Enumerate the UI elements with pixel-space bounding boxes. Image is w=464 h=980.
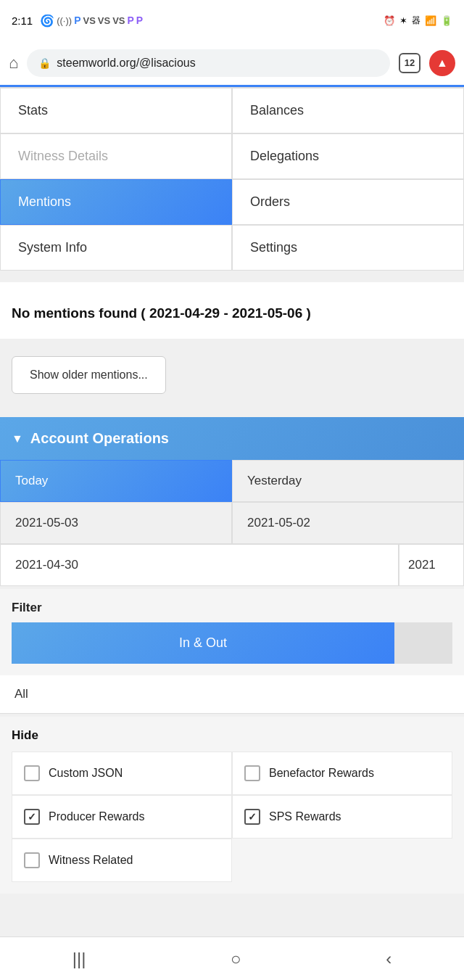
filter-section: Filter In & Out (0, 589, 464, 675)
nav-item-delegations[interactable]: Delegations (232, 133, 464, 179)
filter-in-out-button[interactable]: In & Out (12, 622, 394, 664)
benefactor-rewards-checkbox[interactable] (244, 765, 260, 781)
sps-rewards-label: SPS Rewards (269, 810, 341, 823)
date-row-1: Today Yesterday (0, 460, 464, 502)
nav-grid: Stats Balances Witness Details Delegatio… (0, 87, 464, 271)
witness-related-checkbox[interactable] (24, 852, 40, 868)
date-row-3: 2021-04-30 2021 (0, 544, 464, 586)
chevron-down-icon: ▼ (12, 432, 23, 445)
bottom-nav: ||| ○ ‹ (0, 936, 464, 980)
home-nav-button[interactable]: ○ (213, 943, 259, 975)
nav-item-balances[interactable]: Balances (232, 88, 464, 133)
mentions-section: No mentions found ( 2021-04-29 - 2021-05… (0, 282, 464, 339)
producer-rewards-label: Producer Rewards (49, 810, 145, 823)
nav-item-orders[interactable]: Orders (232, 179, 464, 225)
nav-item-witness-details[interactable]: Witness Details (0, 133, 232, 179)
hide-witness-related-item[interactable]: Witness Related (12, 839, 232, 882)
nav-item-mentions[interactable]: Mentions (0, 179, 232, 225)
lock-icon: 🔒 (38, 57, 51, 69)
date-today-button[interactable]: Today (0, 460, 232, 502)
hide-label: Hide (12, 728, 452, 743)
benefactor-rewards-label: Benefactor Rewards (269, 767, 374, 780)
status-time: 2:11 (12, 15, 33, 27)
browser-bar: ⌂ 🔒 steemworld.org/@lisacious 12 ▲ (0, 41, 464, 87)
nav-item-stats[interactable]: Stats (0, 88, 232, 133)
hide-sps-rewards-item[interactable]: ✓ SPS Rewards (232, 795, 452, 839)
refresh-button[interactable]: ▲ (429, 50, 455, 76)
menu-nav-button[interactable]: ||| (55, 943, 104, 975)
hide-section: Hide Custom JSON Benefactor Rewards ✓ Pr… (0, 717, 464, 894)
date-2021-05-02-button[interactable]: 2021-05-02 (232, 502, 464, 544)
show-older-button[interactable]: Show older mentions... (12, 356, 166, 394)
nav-item-settings[interactable]: Settings (232, 225, 464, 271)
witness-related-label: Witness Related (49, 854, 133, 867)
producer-rewards-checkmark: ✓ (28, 811, 36, 823)
tab-count-badge[interactable]: 12 (399, 53, 420, 73)
back-nav-button[interactable]: ‹ (368, 943, 409, 975)
date-2021-04-30-button[interactable]: 2021-04-30 (0, 544, 399, 586)
hide-custom-json-item[interactable]: Custom JSON (12, 752, 232, 795)
date-2021-partial-button[interactable]: 2021 (399, 544, 464, 586)
date-yesterday-button[interactable]: Yesterday (232, 460, 464, 502)
home-icon[interactable]: ⌂ (9, 54, 18, 73)
date-row-2: 2021-05-03 2021-05-02 (0, 502, 464, 544)
custom-json-label: Custom JSON (49, 767, 123, 780)
hide-checkbox-grid: Custom JSON Benefactor Rewards ✓ Produce… (12, 752, 452, 882)
sps-rewards-checkmark: ✓ (248, 811, 257, 823)
sps-rewards-checkbox[interactable]: ✓ (244, 809, 260, 825)
nav-item-system-info[interactable]: System Info (0, 225, 232, 271)
date-2021-05-03-button[interactable]: 2021-05-03 (0, 502, 232, 544)
status-icons: 🌀 ((·)) P VS VS VS P P (40, 14, 143, 28)
status-right-icons: ⏰ ✶ 器 📶 🔋 (384, 15, 452, 27)
filter-button-group: In & Out (12, 622, 452, 664)
hide-benefactor-rewards-item[interactable]: Benefactor Rewards (232, 752, 452, 795)
filter-other-button[interactable] (394, 622, 452, 664)
account-operations-header[interactable]: ▼ Account Operations (0, 417, 464, 460)
account-operations-title: Account Operations (30, 430, 169, 447)
refresh-icon: ▲ (436, 57, 448, 70)
custom-json-checkbox[interactable] (24, 765, 40, 781)
status-bar: 2:11 🌀 ((·)) P VS VS VS P P ⏰ ✶ 器 📶 🔋 (0, 0, 464, 41)
no-mentions-text: No mentions found ( 2021-04-29 - 2021-05… (12, 305, 452, 321)
filter-all-item[interactable]: All (0, 675, 464, 714)
url-text: steemworld.org/@lisacious (57, 57, 195, 70)
producer-rewards-checkbox[interactable]: ✓ (24, 809, 40, 825)
address-bar[interactable]: 🔒 steemworld.org/@lisacious (27, 49, 390, 77)
hide-producer-rewards-item[interactable]: ✓ Producer Rewards (12, 795, 232, 839)
filter-label: Filter (12, 601, 452, 615)
